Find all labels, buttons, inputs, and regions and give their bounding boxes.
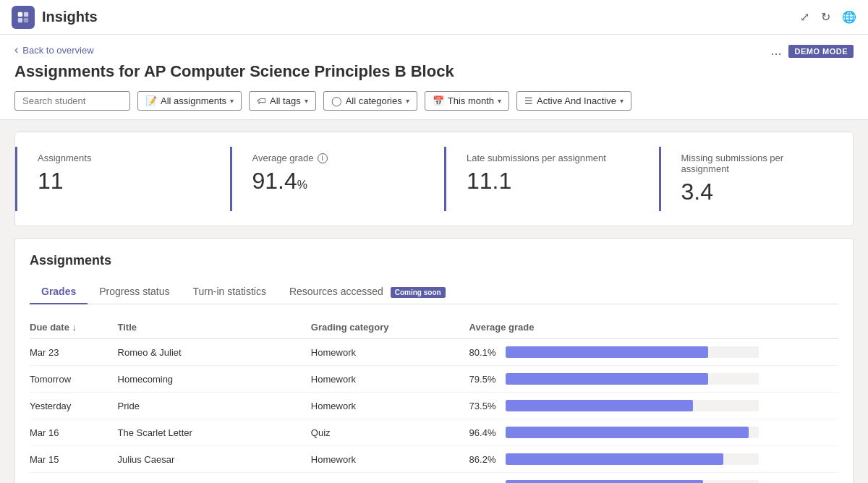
categories-chevron-icon: ▾ xyxy=(406,97,409,105)
top-bar-left: Insights xyxy=(12,6,98,29)
svg-rect-2 xyxy=(18,17,22,22)
grade-bar xyxy=(506,427,749,438)
tags-label: All tags xyxy=(270,95,301,106)
month-filter[interactable]: 📅 This month ▾ xyxy=(425,91,509,111)
cell-category: Homework xyxy=(311,339,469,366)
assignments-section: Assignments Grades Progress status Turn-… xyxy=(14,238,854,483)
filters-row: 📝 All assignments ▾ 🏷 All tags ▾ ◯ All c… xyxy=(14,91,854,119)
cell-category: Quiz xyxy=(311,419,469,446)
assignments-section-title: Assignments xyxy=(30,253,838,268)
stats-section: Assignments 11 Average grade i 91.4% Lat… xyxy=(14,132,854,226)
app-title: Insights xyxy=(42,9,98,25)
status-filter[interactable]: ☰ Active And Inactive ▾ xyxy=(516,91,631,111)
cell-grade: 80.1% xyxy=(469,339,838,366)
tab-turnin[interactable]: Turn-in statistics xyxy=(182,280,278,304)
cell-title: The Maze xyxy=(118,473,311,484)
col-header-grade: Average grade xyxy=(469,316,838,339)
stat-assignments-label: Assignments xyxy=(38,153,190,163)
table-row: Mar 12 The Maze Homework 78.1% xyxy=(30,473,838,484)
status-icon: ☰ xyxy=(524,95,533,106)
assignments-table: Due date ↓ Title Grading category Averag… xyxy=(30,316,838,483)
grade-bar xyxy=(506,346,708,358)
cell-due: Tomorrow xyxy=(30,366,118,393)
assignments-icon: 📝 xyxy=(145,95,157,106)
stat-late-value: 11.1 xyxy=(467,168,618,195)
grade-bar-container xyxy=(506,427,759,438)
stat-missing-label: Missing submissions per assignment xyxy=(681,153,833,174)
col-header-title: Title xyxy=(118,316,311,339)
demo-mode-badge: DEMO MODE xyxy=(788,45,854,58)
table-row: Mar 23 Romeo & Juliet Homework 80.1% xyxy=(30,339,838,366)
cell-title: Homecoming xyxy=(118,366,311,393)
col-header-due[interactable]: Due date ↓ xyxy=(30,316,118,339)
stat-assignments-value: 11 xyxy=(38,168,190,195)
refresh-icon[interactable]: ↻ xyxy=(821,10,830,24)
stat-avg-grade-label: Average grade i xyxy=(252,153,404,163)
stat-missing: Missing submissions per assignment 3.4 xyxy=(659,147,854,211)
grade-bar-container xyxy=(506,400,759,411)
page-title: Assignments for AP Computer Science Prin… xyxy=(14,62,454,81)
cell-category: Homework xyxy=(311,366,469,393)
grade-bar-container xyxy=(506,453,759,465)
cell-category: Homework xyxy=(311,473,469,484)
categories-label: All categories xyxy=(346,95,402,106)
cell-title: Julius Caesar xyxy=(118,446,311,473)
grade-value: 73.5% xyxy=(469,401,500,411)
col-header-category: Grading category xyxy=(311,316,469,339)
assignments-label: All assignments xyxy=(161,95,226,106)
cell-title: Romeo & Juliet xyxy=(118,339,311,366)
table-row: Mar 15 Julius Caesar Homework 86.2% xyxy=(30,446,838,473)
top-bar: Insights ⤢ ↻ 🌐 xyxy=(0,0,868,35)
grade-value: 80.1% xyxy=(469,347,500,358)
grade-bar xyxy=(506,373,708,385)
table-row: Tomorrow Homecoming Homework 79.5% xyxy=(30,366,838,393)
svg-rect-3 xyxy=(24,17,28,22)
sort-icon: ↓ xyxy=(72,322,77,333)
grade-value: 96.4% xyxy=(469,427,500,438)
back-link[interactable]: ‹ Back to overview xyxy=(14,43,454,56)
tags-icon: 🏷 xyxy=(257,95,266,106)
table-row: Mar 16 The Scarlet Letter Quiz 96.4% xyxy=(30,419,838,446)
assignments-chevron-icon: ▾ xyxy=(230,97,234,105)
tab-grades[interactable]: Grades xyxy=(30,280,88,304)
tags-filter[interactable]: 🏷 All tags ▾ xyxy=(249,91,316,111)
cell-grade: 96.4% xyxy=(469,419,838,446)
tab-progress[interactable]: Progress status xyxy=(88,280,181,304)
info-icon[interactable]: i xyxy=(318,153,328,163)
grade-bar-container xyxy=(506,373,759,385)
assignments-filter[interactable]: 📝 All assignments ▾ xyxy=(137,91,242,111)
grade-bar xyxy=(506,453,723,465)
cell-due: Mar 23 xyxy=(30,339,118,366)
tags-chevron-icon: ▾ xyxy=(305,97,308,105)
globe-icon[interactable]: 🌐 xyxy=(842,10,856,24)
grade-value: 78.1% xyxy=(469,481,500,484)
status-label: Active And Inactive xyxy=(537,95,616,106)
cell-due: Mar 15 xyxy=(30,446,118,473)
cell-title: The Scarlet Letter xyxy=(118,419,311,446)
header-actions: ... DEMO MODE xyxy=(770,43,854,59)
grade-bar xyxy=(506,480,703,483)
back-label: Back to overview xyxy=(22,45,93,56)
svg-rect-1 xyxy=(24,12,28,16)
back-chevron-icon: ‹ xyxy=(14,43,18,56)
cell-due: Mar 12 xyxy=(30,473,118,484)
stat-assignments: Assignments 11 xyxy=(15,147,210,211)
coming-soon-badge: Coming soon xyxy=(391,287,446,298)
grade-bar xyxy=(506,400,693,411)
cell-category: Homework xyxy=(311,446,469,473)
more-button[interactable]: ... xyxy=(770,43,781,59)
search-input[interactable] xyxy=(14,91,130,111)
grade-bar-container xyxy=(506,480,759,483)
cell-grade: 73.5% xyxy=(469,393,838,419)
month-label: This month xyxy=(448,95,494,106)
cell-title: Pride xyxy=(118,393,311,419)
categories-filter[interactable]: ◯ All categories ▾ xyxy=(323,91,417,111)
month-chevron-icon: ▾ xyxy=(498,97,501,105)
status-chevron-icon: ▾ xyxy=(620,97,624,105)
tab-resources[interactable]: Resources accessed Coming soon xyxy=(278,280,457,304)
stat-missing-value: 3.4 xyxy=(681,179,833,205)
resize-icon[interactable]: ⤢ xyxy=(800,10,809,24)
cell-grade: 86.2% xyxy=(469,446,838,473)
cell-due: Mar 16 xyxy=(30,419,118,446)
cell-grade: 79.5% xyxy=(469,366,838,393)
